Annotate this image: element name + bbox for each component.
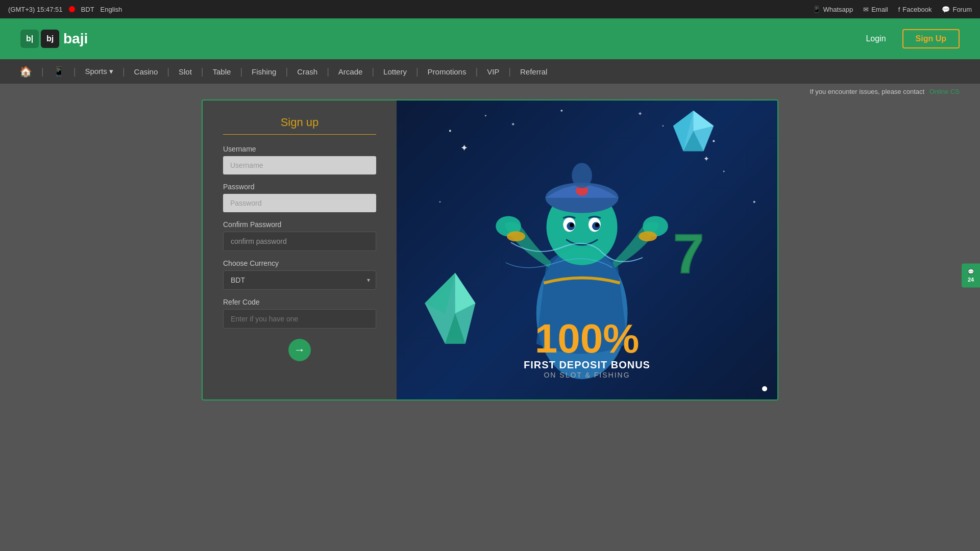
- login-button[interactable]: Login: [855, 30, 896, 47]
- currency-group: Choose Currency BDT USD EUR ▾: [223, 259, 376, 290]
- nav-promotions[interactable]: Promotions: [419, 59, 476, 84]
- navigation: 🏠 | 📱 | Sports ▾ | Casino | Slot | Table…: [0, 59, 980, 84]
- svg-point-0: [449, 130, 451, 132]
- slide-dots: [762, 386, 767, 391]
- flag-dot: [69, 6, 75, 12]
- email-icon: ✉: [863, 6, 869, 13]
- whatsapp-link[interactable]: 📱 Whatsapp: [813, 6, 853, 13]
- banner-panel: ✦ ✦ ✦ ✦: [397, 101, 777, 399]
- nav-slot[interactable]: Slot: [169, 59, 201, 84]
- svg-point-4: [713, 140, 715, 142]
- svg-text:7: 7: [673, 222, 704, 285]
- svg-point-2: [560, 110, 562, 112]
- slide-dot-1[interactable]: [762, 386, 767, 391]
- refer-code-input[interactable]: [223, 309, 376, 329]
- signup-modal: Sign up Username Password Confirm Passwo…: [202, 99, 778, 400]
- main-content: If you encounter issues, please contact …: [0, 84, 980, 551]
- form-title: Sign up: [223, 116, 376, 135]
- contact-bar: If you encounter issues, please contact …: [0, 84, 980, 99]
- svg-point-32: [595, 223, 599, 227]
- logo-text: baji: [63, 31, 88, 47]
- username-input[interactable]: [223, 156, 376, 174]
- nav-fishing[interactable]: Fishing: [242, 59, 285, 84]
- top-bar-left: (GMT+3) 15:47:51 BDT English: [8, 6, 122, 13]
- header: b| bj baji Login Sign Up: [0, 18, 980, 59]
- nav-vip[interactable]: VIP: [478, 59, 508, 84]
- logo-box-green: b|: [20, 30, 39, 48]
- bonus-percent: 100%: [485, 318, 689, 359]
- signup-button[interactable]: Sign Up: [902, 29, 960, 48]
- language-display: English: [101, 6, 122, 13]
- currency-display: BDT: [81, 6, 94, 13]
- email-link[interactable]: ✉ Email: [863, 6, 888, 13]
- svg-point-7: [753, 201, 755, 203]
- nav-home[interactable]: 🏠: [10, 59, 41, 84]
- online-cs-link[interactable]: Online CS: [929, 88, 960, 95]
- confirm-password-label: Confirm Password: [223, 220, 376, 229]
- logo: b| bj baji: [20, 30, 88, 48]
- svg-point-5: [723, 171, 725, 172]
- username-group: Username: [223, 145, 376, 174]
- chat-icon: 💬: [968, 269, 974, 274]
- nav-casino[interactable]: Casino: [125, 59, 167, 84]
- bonus-first-line: FIRST DEPOSIT BONUS: [485, 359, 689, 371]
- chat-label: 24: [964, 277, 978, 283]
- top-bar-right: 📱 Whatsapp ✉ Email f Facebook 💬 Forum: [813, 6, 972, 13]
- username-label: Username: [223, 145, 376, 153]
- forum-icon: 💬: [942, 6, 950, 13]
- confirm-password-group: Confirm Password: [223, 220, 376, 251]
- nav-crash[interactable]: Crash: [288, 59, 327, 84]
- password-group: Password: [223, 183, 376, 212]
- submit-button[interactable]: →: [288, 339, 311, 361]
- bonus-second-line: ON SLOT & FISHING: [485, 371, 689, 379]
- forum-link[interactable]: 💬 Forum: [942, 6, 972, 13]
- chat-widget[interactable]: 💬 24: [962, 264, 980, 288]
- refer-code-group: Refer Code: [223, 298, 376, 329]
- form-panel: Sign up Username Password Confirm Passwo…: [203, 101, 397, 399]
- currency-select[interactable]: BDT USD EUR: [223, 270, 376, 290]
- time-display: (GMT+3) 15:47:51: [8, 6, 63, 13]
- currency-label: Choose Currency: [223, 259, 376, 267]
- nav-arcade[interactable]: Arcade: [329, 59, 372, 84]
- svg-point-1: [485, 115, 486, 116]
- contact-text: If you encounter issues, please contact: [810, 88, 924, 95]
- logo-box-dark: bj: [41, 30, 59, 48]
- header-right: Login Sign Up: [855, 29, 960, 48]
- nav-sports[interactable]: Sports ▾: [76, 59, 122, 84]
- bonus-text-area: 100% FIRST DEPOSIT BONUS ON SLOT & FISHI…: [485, 318, 689, 379]
- nav-mobile[interactable]: 📱: [44, 59, 74, 84]
- refer-code-label: Refer Code: [223, 298, 376, 306]
- svg-point-35: [572, 163, 592, 188]
- svg-text:✦: ✦: [511, 121, 515, 127]
- svg-point-25: [639, 231, 657, 241]
- svg-text:✦: ✦: [460, 143, 468, 153]
- svg-point-6: [439, 201, 440, 203]
- currency-select-wrapper: BDT USD EUR ▾: [223, 270, 376, 290]
- facebook-link[interactable]: f Facebook: [898, 6, 932, 13]
- password-input[interactable]: [223, 194, 376, 212]
- svg-point-24: [507, 231, 525, 241]
- whatsapp-icon: 📱: [813, 6, 821, 13]
- svg-point-31: [570, 223, 574, 227]
- facebook-icon: f: [898, 6, 900, 13]
- confirm-password-input[interactable]: [223, 232, 376, 251]
- svg-text:✦: ✦: [703, 155, 709, 163]
- nav-table[interactable]: Table: [204, 59, 240, 84]
- password-label: Password: [223, 183, 376, 191]
- nav-lottery[interactable]: Lottery: [374, 59, 416, 84]
- top-bar: (GMT+3) 15:47:51 BDT English 📱 Whatsapp …: [0, 0, 980, 18]
- svg-point-3: [662, 125, 664, 127]
- svg-text:✦: ✦: [638, 110, 643, 117]
- nav-referral[interactable]: Referral: [511, 59, 556, 84]
